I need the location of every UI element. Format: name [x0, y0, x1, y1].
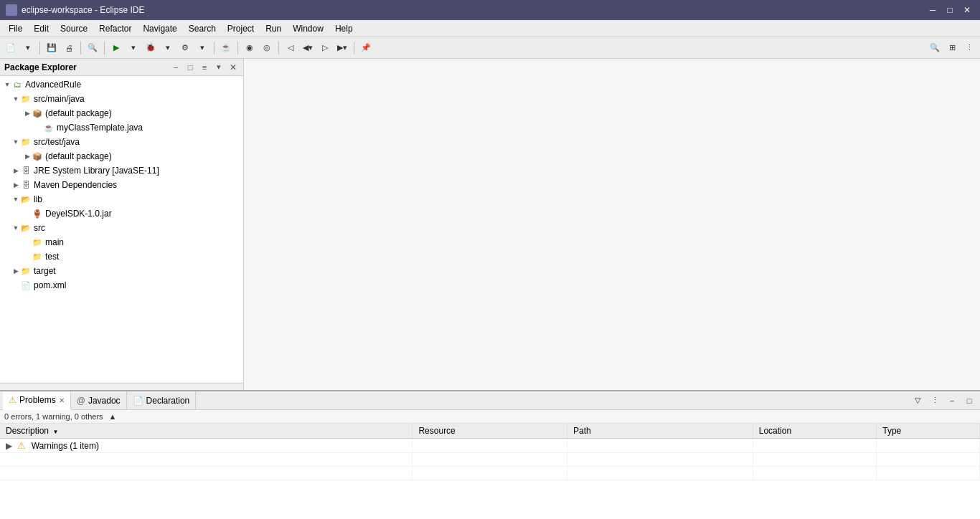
toolbar-run[interactable]: ▶: [108, 40, 124, 56]
toolbar: 📄 ▾ 💾 🖨 🔍 ▶ ▾ 🐞 ▾ ⚙ ▾ ☕ ◉ ◎ ◁ ◀▾ ▷ ▶▾ 📌 …: [0, 37, 980, 59]
toolbar-perspective1[interactable]: ◉: [242, 40, 258, 56]
menu-run[interactable]: Run: [260, 20, 287, 37]
panel-maximize-btn[interactable]: □: [184, 62, 196, 73]
toolbar-forward[interactable]: ▷: [317, 40, 333, 56]
tree-item-lib[interactable]: ▼ 📂 lib: [0, 192, 243, 206]
col-location[interactable]: Location: [753, 424, 876, 439]
toolbar-dropdown1[interactable]: ▾: [20, 40, 36, 56]
col-location-label: Location: [759, 426, 791, 436]
tab-declaration[interactable]: 📄 Declaration: [127, 391, 197, 409]
tree-item-my-class-template[interactable]: ▶ ☕ myClassTemplate.java: [0, 120, 243, 135]
panel-viewmenu-btn[interactable]: ▾: [213, 62, 225, 73]
col-resource[interactable]: Resource: [413, 424, 567, 439]
menu-help[interactable]: Help: [329, 20, 359, 37]
sidebar-hscroll[interactable]: [0, 383, 243, 390]
main-layout: Package Explorer − □ ≡ ▾ ✕ ▼ 🗂 AdvancedR…: [0, 59, 980, 519]
toolbar-back[interactable]: ◁: [283, 40, 298, 56]
label-pom-xml: pom.xml: [34, 280, 66, 290]
menu-file[interactable]: File: [3, 20, 28, 37]
sort-arrow-icon: ▲: [109, 412, 117, 421]
tree-item-src-main-java[interactable]: ▼ 📁 src/main/java: [0, 92, 243, 106]
toolbar-print[interactable]: 🖨: [61, 40, 77, 56]
icon-target: 📁: [20, 265, 32, 277]
empty-cell-2: [413, 453, 567, 467]
label-advanced-rule: AdvancedRule: [25, 80, 81, 90]
tree-item-test[interactable]: ▶ 📁 test: [0, 249, 243, 264]
col-type-label: Type: [882, 426, 901, 436]
tab-problems-close[interactable]: ✕: [59, 396, 65, 404]
col-description[interactable]: Description ▼: [0, 424, 413, 439]
toolbar-perspective2[interactable]: ◎: [259, 40, 275, 56]
tab-problems-label: Problems: [19, 395, 56, 405]
empty-cell-10: [877, 467, 980, 480]
toolbar-debug-dropdown[interactable]: ▾: [160, 40, 176, 56]
toolbar-save[interactable]: 💾: [44, 40, 60, 56]
title-bar-title: eclipse-workspace - Eclipse IDE: [22, 5, 144, 15]
minimize-button[interactable]: ─: [925, 3, 940, 17]
menu-project[interactable]: Project: [222, 20, 260, 37]
tab-problems[interactable]: ⚠ Problems ✕: [3, 392, 71, 410]
panel-menu-btn[interactable]: ≡: [199, 62, 210, 73]
bottom-maximize-btn[interactable]: □: [961, 393, 977, 409]
tree-item-main[interactable]: ▶ 📁 main: [0, 235, 243, 249]
toolbar-search[interactable]: 🔍: [85, 40, 100, 56]
toolbar-new-java[interactable]: ☕: [218, 40, 234, 56]
toolbar-new[interactable]: 📄: [3, 40, 19, 56]
tree-item-advanced-rule[interactable]: ▼ 🗂 AdvancedRule: [0, 77, 243, 92]
arrow-lib: ▼: [11, 195, 20, 204]
icon-test: 📁: [32, 251, 43, 262]
col-resource-label: Resource: [418, 426, 455, 436]
maximize-button[interactable]: □: [943, 3, 957, 17]
problems-table-body: ▶ ⚠ Warnings (1 item): [0, 439, 980, 480]
panel-close-btn[interactable]: ✕: [227, 62, 239, 73]
menu-edit[interactable]: Edit: [28, 20, 55, 37]
icon-jre-system-library: 🗄: [20, 165, 32, 176]
close-button[interactable]: ✕: [960, 3, 974, 17]
menu-window[interactable]: Window: [287, 20, 329, 37]
panel-minimize-btn[interactable]: −: [170, 62, 182, 73]
tree-item-jre-system-library[interactable]: ▶ 🗄 JRE System Library [JavaSE-11]: [0, 163, 243, 178]
bottom-filter-btn[interactable]: ▽: [910, 393, 925, 409]
toolbar-sep-6: [278, 42, 279, 54]
tree-item-target[interactable]: ▶ 📁 target: [0, 264, 243, 278]
menu-navigate[interactable]: Navigate: [137, 20, 182, 37]
bottom-minimize-btn[interactable]: −: [944, 393, 960, 409]
bottom-menu-btn[interactable]: ⋮: [927, 393, 943, 409]
tab-problems-icon: ⚠: [9, 395, 17, 405]
tab-javadoc[interactable]: @ Javadoc: [71, 391, 127, 409]
tree-item-deyel-sdk[interactable]: ▶ 🏺 DeyelSDK-1.0.jar: [0, 206, 243, 221]
toolbar-back2[interactable]: ◀▾: [300, 40, 316, 56]
toolbar-sep-2: [80, 42, 81, 54]
table-row[interactable]: ▶ ⚠ Warnings (1 item): [0, 439, 980, 453]
toolbar-pin[interactable]: 📌: [358, 40, 374, 56]
toolbar-view-menu[interactable]: ⋮: [961, 40, 977, 56]
menu-refactor[interactable]: Refactor: [93, 20, 137, 37]
tree-item-pom-xml[interactable]: ▶ 📄 pom.xml: [0, 278, 243, 292]
table-row-empty-1: [0, 453, 980, 467]
empty-cell-5: [877, 453, 980, 467]
menu-source[interactable]: Source: [55, 20, 93, 37]
tree-item-default-package-2[interactable]: ▶ 📦 (default package): [0, 149, 243, 163]
tree-item-maven-dependencies[interactable]: ▶ 🗄 Maven Dependencies: [0, 178, 243, 192]
toolbar-find[interactable]: 🔍: [927, 40, 943, 56]
tree-item-src-test-java[interactable]: ▼ 📁 src/test/java: [0, 135, 243, 149]
bottom-panel: ⚠ Problems ✕ @ Javadoc 📄 Declaration ▽ ⋮…: [0, 390, 980, 519]
problems-table: Description ▼ Resource Path Location: [0, 424, 980, 480]
toolbar-right: 🔍 ⊞ ⋮: [927, 40, 977, 56]
title-bar: eclipse-workspace - Eclipse IDE ─ □ ✕: [0, 0, 980, 20]
toolbar-open-perspective[interactable]: ⊞: [944, 40, 960, 56]
toolbar-debug[interactable]: 🐞: [143, 40, 159, 56]
toolbar-coverage-dropdown[interactable]: ▾: [194, 40, 210, 56]
label-main: main: [45, 237, 64, 247]
col-path[interactable]: Path: [567, 424, 753, 439]
menu-search[interactable]: Search: [183, 20, 222, 37]
tree-item-default-package-1[interactable]: ▶ 📦 (default package): [0, 106, 243, 120]
col-type[interactable]: Type: [877, 424, 980, 439]
toolbar-coverage[interactable]: ⚙: [177, 40, 193, 56]
row-expand-arrow[interactable]: ▶: [6, 441, 12, 451]
tree-item-src[interactable]: ▼ 📂 src: [0, 221, 243, 235]
toolbar-run-dropdown[interactable]: ▾: [126, 40, 141, 56]
toolbar-forward2[interactable]: ▶▾: [334, 40, 350, 56]
arrow-advanced-rule: ▼: [3, 80, 11, 89]
arrow-maven-dependencies: ▶: [11, 181, 20, 189]
